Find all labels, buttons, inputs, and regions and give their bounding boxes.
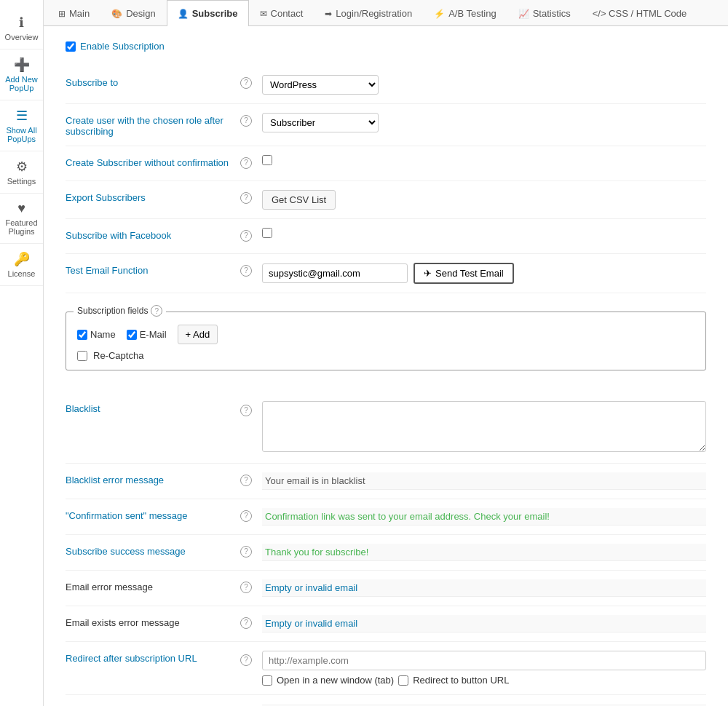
no-confirm-label: Create Subscriber without confirmation <box>66 155 240 168</box>
tab-subscribe-label: Subscribe <box>192 8 238 19</box>
subscribe-tab-icon: 👤 <box>178 9 189 19</box>
license-icon: 🔑 <box>14 251 30 267</box>
tab-contact[interactable]: ✉ Contact <box>249 0 314 26</box>
subscribe-success-input[interactable] <box>262 544 706 561</box>
subscribe-to-value: WordPress MailChimp AWeber <box>262 75 706 95</box>
subscribe-to-help-icon[interactable]: ? <box>240 77 252 89</box>
blacklist-row: Blacklist ? <box>66 392 706 464</box>
sidebar-item-overview[interactable]: ℹ Overview <box>0 7 43 49</box>
subscribe-to-help: ? <box>240 75 262 89</box>
tab-login-registration[interactable]: ➡ Login/Registration <box>314 0 423 26</box>
test-email-input[interactable] <box>262 263 408 283</box>
show-popups-icon: ☰ <box>16 108 28 124</box>
confirmation-sent-help: ? <box>240 508 262 522</box>
blacklist-error-help: ? <box>240 472 262 486</box>
confirmation-sent-value <box>262 508 706 525</box>
redirect-button-checkbox[interactable] <box>398 675 408 686</box>
send-test-label: Send Test Email <box>435 268 504 279</box>
redirect-button-label: Redirect to button URL <box>413 675 509 686</box>
confirmation-sent-input[interactable] <box>262 508 706 525</box>
tab-design[interactable]: 🎨 Design <box>100 0 166 26</box>
name-label: Name <box>90 329 116 340</box>
email-exists-input[interactable] <box>262 615 706 632</box>
blacklist-label: Blacklist <box>66 401 240 414</box>
no-confirm-checkbox[interactable] <box>262 155 272 165</box>
name-field-check[interactable]: Name <box>77 329 116 340</box>
test-email-help-icon[interactable]: ? <box>240 265 252 277</box>
tab-main-label: Main <box>69 8 90 19</box>
subscription-fields-help-icon[interactable]: ? <box>151 305 162 317</box>
email-error-help-icon[interactable]: ? <box>240 582 252 593</box>
no-confirm-help: ? <box>240 155 262 169</box>
sidebar-item-label: Featured Plugins <box>4 218 39 236</box>
sidebar-item-label: Overview <box>5 33 39 41</box>
email-field-check[interactable]: E-Mail <box>127 329 167 340</box>
blacklist-textarea[interactable] <box>262 401 706 452</box>
subscribe-success-value <box>262 544 706 561</box>
tab-bar: ⊞ Main 🎨 Design 👤 Subscribe ✉ Contact ➡ … <box>44 0 728 26</box>
email-checkbox[interactable] <box>127 330 137 340</box>
blacklist-error-row: Blacklist error message ? <box>66 464 706 499</box>
redirect-url-value: Open in a new window (tab) Redirect to b… <box>262 651 706 686</box>
send-test-email-button[interactable]: ✈ Send Test Email <box>414 263 514 284</box>
subscription-fields-legend: Subscription fields ? <box>74 305 166 317</box>
recaptcha-checkbox[interactable] <box>77 351 87 361</box>
email-error-input[interactable] <box>262 579 706 597</box>
subscribe-to-label: Subscribe to <box>66 75 240 88</box>
no-confirm-value <box>262 155 706 167</box>
enable-subscription-text: Enable Subscription <box>80 41 165 52</box>
blacklist-help-icon[interactable]: ? <box>240 405 252 416</box>
sidebar-item-label: Show All PopUps <box>4 126 39 143</box>
open-new-window-checkbox[interactable] <box>262 675 272 686</box>
redirect-url-input[interactable] <box>262 651 706 670</box>
confirmation-sent-help-icon[interactable]: ? <box>240 510 252 522</box>
enable-subscription-label[interactable]: Enable Subscription <box>66 41 706 52</box>
open-new-window-label: Open in a new window (tab) <box>277 675 394 686</box>
no-confirm-row: Create Subscriber without confirmation ? <box>66 146 706 181</box>
no-confirm-help-icon[interactable]: ? <box>240 157 252 169</box>
blacklist-error-help-icon[interactable]: ? <box>240 475 252 486</box>
name-checkbox[interactable] <box>77 330 87 340</box>
sidebar-item-license[interactable]: 🔑 License <box>0 244 43 286</box>
tab-main[interactable]: ⊞ Main <box>47 0 100 26</box>
sidebar-item-label: License <box>8 269 36 278</box>
redirect-url-row: Redirect after subscription URL ? Open i… <box>66 642 706 695</box>
email-exists-help-icon[interactable]: ? <box>240 617 252 629</box>
subscribe-success-help-icon[interactable]: ? <box>240 546 252 558</box>
sidebar-item-featured-plugins[interactable]: ♥ Featured Plugins <box>0 194 43 244</box>
sidebar-item-settings[interactable]: ⚙ Settings <box>0 151 43 194</box>
tab-subscribe[interactable]: 👤 Subscribe <box>167 0 249 26</box>
test-email-help: ? <box>240 263 262 277</box>
confirmation-sent-label: "Confirmation sent" message <box>66 508 240 521</box>
tab-statistics[interactable]: 📈 Statistics <box>507 0 582 26</box>
add-field-button[interactable]: + Add <box>178 325 218 344</box>
settings-icon: ⚙ <box>16 159 28 175</box>
featured-plugins-icon: ♥ <box>17 201 25 216</box>
export-help-icon[interactable]: ? <box>240 192 252 204</box>
email-exists-help: ? <box>240 615 262 629</box>
tab-ab-testing[interactable]: ⚡ A/B Testing <box>423 0 507 26</box>
export-subscribers-label: Export Subscribers <box>66 190 240 203</box>
email-error-row: Email error message ? <box>66 571 706 606</box>
create-user-role-label: Create user with the chosen role after s… <box>66 113 240 137</box>
test-email-label: Test Email Function <box>66 263 240 276</box>
facebook-label: Subscribe with Facebook <box>66 228 240 241</box>
facebook-help: ? <box>240 228 262 242</box>
create-user-role-help-icon[interactable]: ? <box>240 115 252 127</box>
create-user-role-select[interactable]: Subscriber Editor Author Admin <box>262 113 379 132</box>
redirect-url-help-icon[interactable]: ? <box>240 654 252 666</box>
main-content: ⊞ Main 🎨 Design 👤 Subscribe ✉ Contact ➡ … <box>44 0 728 706</box>
get-csv-button[interactable]: Get CSV List <box>262 190 336 210</box>
blacklist-error-value <box>262 472 706 490</box>
facebook-help-icon[interactable]: ? <box>240 230 252 242</box>
email-error-label: Email error message <box>66 579 240 592</box>
enable-subscription-row: Enable Subscription <box>66 41 706 52</box>
blacklist-error-input[interactable] <box>262 472 706 490</box>
sidebar-item-add-new-popup[interactable]: ➕ Add New PopUp <box>0 49 43 100</box>
sidebar-item-show-all-popups[interactable]: ☰ Show All PopUps <box>0 100 43 151</box>
enable-subscription-checkbox[interactable] <box>66 41 76 52</box>
tab-css-html[interactable]: </> CSS / HTML Code <box>582 0 698 26</box>
facebook-checkbox[interactable] <box>262 228 272 238</box>
subscribe-success-row: Subscribe success message ? <box>66 535 706 571</box>
subscribe-to-select[interactable]: WordPress MailChimp AWeber <box>262 75 379 95</box>
